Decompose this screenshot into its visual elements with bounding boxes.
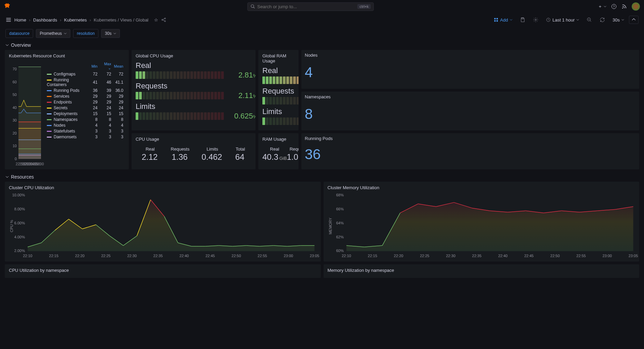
panel-resource-count[interactable]: Kubernetes Resource Count 01020304050607… — [5, 50, 129, 169]
legend-row[interactable]: Services 292929 — [45, 93, 125, 99]
menu-toggle-icon[interactable] — [5, 17, 12, 23]
svg-text:20: 20 — [13, 131, 17, 135]
svg-text:62%: 62% — [336, 235, 343, 239]
grafana-logo-icon[interactable] — [4, 2, 12, 11]
share-icon[interactable] — [161, 17, 166, 23]
svg-text:10: 10 — [13, 144, 17, 148]
svg-text:23:00: 23:00 — [35, 162, 44, 166]
legend-row[interactable]: Namespaces 888 — [45, 116, 125, 122]
panel-cpu-by-namespace[interactable]: CPU Utilization by namespace — [5, 264, 321, 278]
svg-text:6.00%: 6.00% — [14, 221, 25, 225]
add-menu-icon[interactable]: ＋ — [598, 3, 606, 10]
svg-text:0: 0 — [15, 157, 17, 161]
star-icon[interactable]: ☆ — [154, 17, 158, 23]
legend-row[interactable]: Running Pods 363936.0 — [45, 87, 125, 93]
svg-text:10.00%: 10.00% — [12, 193, 25, 197]
svg-text:22:20: 22:20 — [394, 254, 403, 258]
svg-line-1 — [254, 7, 255, 9]
gauge-value: 2.11% — [227, 91, 256, 100]
add-panel-button[interactable]: Add — [491, 16, 515, 24]
gauge-bar — [136, 92, 224, 99]
legend-row[interactable]: Daemonsets 333 — [45, 134, 125, 140]
time-range-button[interactable]: Last 1 hour — [543, 16, 582, 24]
chevron-down-icon — [5, 175, 9, 179]
legend-row[interactable]: Running Containers 414641.1 — [45, 77, 125, 87]
panel-namespaces[interactable]: Namespaces 8 — [301, 92, 639, 130]
chevron-down-icon — [576, 18, 579, 21]
svg-text:30: 30 — [13, 118, 17, 122]
svg-line-17 — [590, 20, 591, 22]
panel-cluster-mem[interactable]: Cluster Memory Utilization 60%62%64%66%6… — [324, 182, 640, 262]
section-overview[interactable]: Overview — [0, 40, 644, 50]
svg-text:CPU %: CPU % — [10, 220, 14, 232]
refresh-icon[interactable] — [597, 15, 608, 24]
stat-item: Limits 0.462 — [202, 146, 223, 162]
svg-text:MEMORY: MEMORY — [328, 218, 332, 235]
stat-item: Requests 1.06GiB — [287, 146, 299, 162]
chevron-down-icon — [5, 43, 9, 47]
svg-point-13 — [535, 19, 536, 20]
gauge-value: 0.625% — [227, 112, 256, 121]
var-datasource-label: datasource — [5, 29, 33, 38]
svg-text:2.00%: 2.00% — [14, 249, 25, 253]
panel-cpu-usage[interactable]: CPU Usage Real 2.12 Requests 1.36 Limits… — [132, 133, 256, 169]
rss-icon[interactable] — [621, 4, 627, 9]
legend-row[interactable]: Statefulsets 333 — [45, 128, 125, 134]
save-icon[interactable] — [517, 15, 528, 24]
panel-global-cpu-usage[interactable]: Global CPU Usage Real 2.81% Requests 2.1… — [132, 50, 256, 130]
breadcrumb-current: Kubernetes / Views / Global — [94, 17, 148, 23]
help-icon[interactable]: ? — [611, 4, 617, 9]
svg-text:22:30: 22:30 — [127, 254, 137, 258]
collapse-icon[interactable] — [629, 16, 639, 24]
svg-text:22:10: 22:10 — [342, 254, 351, 258]
legend-row[interactable]: Endpoints 292929 — [45, 99, 125, 105]
user-avatar[interactable] — [632, 2, 640, 11]
gauge-bar — [262, 97, 299, 104]
breadcrumb-dashboards[interactable]: Dashboards — [33, 17, 57, 23]
panel-nodes[interactable]: Nodes 4 — [301, 50, 639, 89]
legend-row[interactable]: Secrets 242424 — [45, 105, 125, 111]
search-kbd: ctrl+k — [357, 4, 371, 9]
svg-text:60%: 60% — [336, 249, 343, 253]
svg-text:40: 40 — [13, 106, 17, 110]
svg-text:68%: 68% — [336, 193, 343, 197]
panel-global-ram-usage[interactable]: Global RAM Usage Real 66.17% Requests 1.… — [258, 50, 299, 130]
search-input[interactable] — [257, 4, 357, 9]
svg-text:22:20: 22:20 — [75, 254, 85, 258]
stat-namespaces: 8 — [305, 100, 636, 128]
svg-text:22:25: 22:25 — [101, 254, 111, 258]
section-resources[interactable]: Resources — [0, 172, 644, 182]
legend-row[interactable]: Nodes 444 — [45, 122, 125, 128]
refresh-interval-button[interactable]: 30s — [610, 16, 627, 24]
chevron-down-icon — [64, 32, 67, 35]
svg-rect-9 — [496, 18, 498, 19]
svg-text:8.00%: 8.00% — [14, 207, 25, 211]
settings-icon[interactable] — [530, 15, 541, 24]
global-search[interactable]: ctrl+k — [247, 2, 374, 11]
svg-text:22:30: 22:30 — [446, 254, 455, 258]
svg-text:22:35: 22:35 — [153, 254, 163, 258]
svg-rect-10 — [494, 20, 496, 22]
legend-row[interactable]: Deployments 151515 — [45, 111, 125, 116]
var-datasource-select[interactable]: Prometheus — [36, 29, 70, 38]
stat-nodes: 4 — [305, 58, 636, 86]
svg-text:22:25: 22:25 — [420, 254, 429, 258]
var-resolution-select[interactable]: 30s — [101, 29, 120, 38]
search-icon — [250, 4, 255, 9]
svg-text:70: 70 — [13, 67, 17, 71]
panel-mem-by-namespace[interactable]: Memory Utilization by namespace — [324, 264, 640, 278]
svg-text:22:10: 22:10 — [23, 254, 32, 258]
breadcrumb-kubernetes[interactable]: Kubernetes — [64, 17, 87, 23]
legend-row[interactable]: Configmaps 727272 — [45, 71, 125, 77]
breadcrumb-home[interactable]: Home — [14, 17, 26, 23]
panel-running-pods[interactable]: Running Pods 36 — [301, 133, 639, 169]
panel-icon — [494, 17, 498, 22]
panel-cluster-cpu[interactable]: Cluster CPU Utilization 2.00%4.00%6.00%8… — [5, 182, 321, 262]
svg-text:60: 60 — [13, 80, 17, 84]
zoom-out-icon[interactable] — [584, 15, 595, 24]
svg-point-4 — [622, 8, 623, 9]
panel-ram-usage[interactable]: RAM Usage Real 40.3GiB Requests 1.06GiB … — [258, 133, 299, 169]
clock-icon — [546, 17, 551, 22]
gauge-value: 2.81% — [227, 71, 256, 80]
svg-point-5 — [162, 19, 163, 20]
